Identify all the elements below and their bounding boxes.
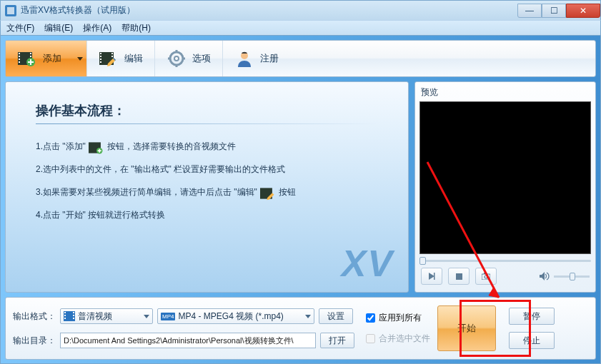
volume-icon[interactable] [540,272,550,280]
open-dir-button[interactable]: 打开 [320,333,354,348]
gear-icon [167,49,187,69]
menu-file[interactable]: 文件(F) [6,22,34,34]
output-category-value: 普清视频 [78,310,112,323]
svg-rect-4 [19,59,20,60]
window-body: 添加 编辑 选项 注册 操作基本流程： [0,36,601,364]
svg-rect-43 [73,315,74,316]
svg-rect-2 [19,53,20,54]
svg-rect-42 [73,312,74,313]
toolbar-add-button[interactable]: 添加 [6,41,73,76]
instruction-step-1: 1.点击 "添加" 按钮，选择需要转换的音视频文件 [36,140,378,153]
svg-point-21 [174,56,179,61]
svg-rect-3 [19,56,20,57]
edit-film-icon [260,186,276,198]
bottom-panel: 输出格式： 普清视频 MP4 MP4 - MPEG4 视频 (*.mp4) 设置… [5,297,596,360]
toolbar: 添加 编辑 选项 注册 [5,40,596,77]
svg-rect-19 [111,56,113,57]
svg-rect-30 [98,150,101,151]
xv-logo: XV [342,242,394,285]
merge-checkbox[interactable]: 合并选中文件 [366,333,430,345]
edit-film-icon [99,49,119,69]
window-minimize-button[interactable]: — [517,4,542,18]
toolbar-options-button[interactable]: 选项 [155,41,223,76]
settings-button[interactable]: 设置 [319,308,353,324]
toolbar-register-button[interactable]: 注册 [223,41,290,76]
menu-edit[interactable]: 编辑(E) [44,22,73,34]
svg-rect-41 [64,318,66,319]
output-format-value: MP4 - MPEG4 视频 (*.mp4) [178,310,283,323]
svg-rect-17 [100,61,101,63]
svg-rect-6 [30,53,31,54]
preview-label: 预览 [419,86,591,98]
menu-help[interactable]: 帮助(H) [121,22,151,34]
output-dir-label: 输出目录： [13,335,56,347]
toolbar-add-label: 添加 [43,52,61,65]
toolbar-register-label: 注册 [260,52,279,65]
svg-rect-40 [64,315,66,316]
svg-rect-0 [7,7,14,14]
toolbar-add-dropdown[interactable] [73,41,87,76]
window-maximize-button[interactable]: ☐ [542,4,566,18]
svg-rect-7 [30,56,31,57]
window-title: 迅雷XV格式转换器（试用版） [21,4,135,16]
instruction-step-2: 2.选中列表中的文件，在 "输出格式" 栏设置好需要输出的文件格式 [36,163,378,176]
window-titlebar: 迅雷XV格式转换器（试用版） — ☐ ✕ [0,0,601,20]
output-format-combo[interactable]: MP4 MP4 - MPEG4 视频 (*.mp4) [157,308,314,324]
instruction-step-3: 3.如果需要对某些视频进行简单编辑，请选中后点击 "编辑" 按钮 [36,186,378,198]
svg-rect-15 [100,56,101,57]
svg-rect-5 [19,61,20,63]
app-icon [5,5,16,16]
toolbar-edit-button[interactable]: 编辑 [87,41,155,76]
add-film-icon [17,49,37,69]
svg-rect-44 [73,318,74,319]
output-category-combo[interactable]: 普清视频 [60,308,153,324]
volume-slider[interactable] [554,275,590,278]
apply-all-checkbox[interactable]: 应用到所有 [366,312,430,324]
start-button[interactable]: 开始 [437,305,496,351]
menubar: 文件(F) 编辑(E) 操作(A) 帮助(H) [0,20,601,36]
svg-line-37 [427,162,499,298]
user-icon [234,49,254,69]
instructions-panel: 操作基本流程： 1.点击 "添加" 按钮，选择需要转换的音视频文件 2.选中列表… [5,81,409,293]
svg-rect-12 [28,61,34,63]
svg-rect-39 [64,312,66,313]
add-film-icon [89,140,104,153]
film-icon [64,311,75,321]
callout-arrow [420,155,520,312]
mp4-icon: MP4 [161,313,175,320]
toolbar-options-label: 选项 [192,52,211,65]
svg-rect-14 [100,53,101,54]
output-format-label: 输出格式： [13,310,56,323]
instructions-heading: 操作基本流程： [36,102,378,119]
window-close-button[interactable]: ✕ [566,4,600,18]
chevron-down-icon [144,315,149,318]
chevron-down-icon [305,315,311,318]
menu-operate[interactable]: 操作(A) [83,22,111,34]
output-dir-input[interactable] [60,333,316,348]
stop-button[interactable]: 停止 [509,332,555,349]
svg-rect-18 [111,53,113,54]
toolbar-edit-label: 编辑 [124,52,143,65]
instruction-step-4: 4.点击 "开始" 按钮就进行格式转换 [36,208,378,221]
svg-rect-16 [100,59,101,60]
